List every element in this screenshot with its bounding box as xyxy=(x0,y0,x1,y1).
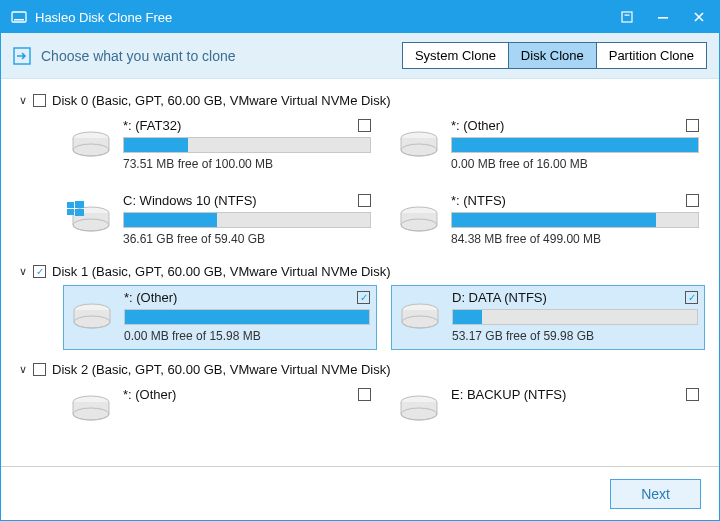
drive-icon xyxy=(398,295,442,339)
partition-card[interactable]: *: (Other)0.00 MB free of 16.00 MB xyxy=(391,114,705,177)
partition-free-text: 0.00 MB free of 16.00 MB xyxy=(451,157,699,171)
partition-body: *: (Other)0.00 MB free of 16.00 MB xyxy=(451,118,699,171)
disk-checkbox[interactable]: ✓ xyxy=(33,265,46,278)
partition-name: *: (Other) xyxy=(451,118,504,133)
disk-checkbox[interactable] xyxy=(33,94,46,107)
disk-row: ∨Disk 2 (Basic, GPT, 60.00 GB, VMware Vi… xyxy=(15,362,705,377)
svg-rect-3 xyxy=(625,15,630,16)
disk-label: Disk 2 (Basic, GPT, 60.00 GB, VMware Vir… xyxy=(52,362,391,377)
svg-rect-12 xyxy=(67,209,74,215)
disk-expander[interactable]: ∨ xyxy=(15,265,31,278)
usage-bar xyxy=(123,137,371,153)
partition-body: *: (Other)✓0.00 MB free of 15.98 MB xyxy=(124,290,370,343)
usage-bar xyxy=(451,212,699,228)
partition-body: C: Windows 10 (NTFS)36.61 GB free of 59.… xyxy=(123,193,371,246)
svg-rect-2 xyxy=(622,12,632,22)
partition-free-text: 0.00 MB free of 15.98 MB xyxy=(124,329,370,343)
tab-system-clone[interactable]: System Clone xyxy=(403,43,508,68)
partition-name: C: Windows 10 (NTFS) xyxy=(123,193,257,208)
partition-free-text: 53.17 GB free of 59.98 GB xyxy=(452,329,698,343)
partition-name: E: BACKUP (NTFS) xyxy=(451,387,566,402)
partition-free-text: 73.51 MB free of 100.00 MB xyxy=(123,157,371,171)
partition-grid: *: (Other)E: BACKUP (NTFS) xyxy=(63,383,705,437)
drive-icon xyxy=(70,295,114,339)
partition-body: *: (Other) xyxy=(123,387,371,431)
disk-label: Disk 0 (Basic, GPT, 60.00 GB, VMware Vir… xyxy=(52,93,391,108)
partition-card[interactable]: *: (Other) xyxy=(63,383,377,437)
disk-list: ∨Disk 0 (Basic, GPT, 60.00 GB, VMware Vi… xyxy=(1,79,719,468)
restore-icon[interactable] xyxy=(613,3,641,31)
drive-icon xyxy=(397,123,441,167)
drive-icon xyxy=(397,198,441,242)
drive-icon xyxy=(69,123,113,167)
clone-direction-icon xyxy=(13,47,31,65)
usage-bar xyxy=(452,309,698,325)
partition-checkbox[interactable]: ✓ xyxy=(357,291,370,304)
svg-rect-4 xyxy=(658,17,668,19)
app-icon xyxy=(11,9,27,25)
clone-mode-tabs: System Clone Disk Clone Partition Clone xyxy=(402,42,707,69)
drive-icon xyxy=(397,387,441,431)
usage-bar xyxy=(451,137,699,153)
partition-body: D: DATA (NTFS)✓53.17 GB free of 59.98 GB xyxy=(452,290,698,343)
usage-bar xyxy=(124,309,370,325)
drive-icon xyxy=(69,198,113,242)
footer: Next xyxy=(1,466,719,520)
partition-body: *: (FAT32)73.51 MB free of 100.00 MB xyxy=(123,118,371,171)
partition-name: D: DATA (NTFS) xyxy=(452,290,547,305)
partition-checkbox[interactable] xyxy=(686,388,699,401)
partition-card[interactable]: *: (Other)✓0.00 MB free of 15.98 MB xyxy=(63,285,377,350)
partition-card[interactable]: *: (NTFS)84.38 MB free of 499.00 MB xyxy=(391,189,705,252)
titlebar: Hasleo Disk Clone Free xyxy=(1,1,719,33)
svg-rect-11 xyxy=(75,201,84,208)
partition-checkbox[interactable] xyxy=(686,194,699,207)
window-buttons xyxy=(613,3,713,31)
disk-label: Disk 1 (Basic, GPT, 60.00 GB, VMware Vir… xyxy=(52,264,391,279)
disk-expander[interactable]: ∨ xyxy=(15,363,31,376)
svg-rect-10 xyxy=(67,202,74,208)
partition-card[interactable]: C: Windows 10 (NTFS)36.61 GB free of 59.… xyxy=(63,189,377,252)
tab-disk-clone[interactable]: Disk Clone xyxy=(508,43,596,68)
disk-expander[interactable]: ∨ xyxy=(15,94,31,107)
svg-rect-13 xyxy=(75,209,84,216)
partition-name: *: (Other) xyxy=(123,387,176,402)
disk-row: ∨✓Disk 1 (Basic, GPT, 60.00 GB, VMware V… xyxy=(15,264,705,279)
tab-partition-clone[interactable]: Partition Clone xyxy=(596,43,706,68)
partition-body: E: BACKUP (NTFS) xyxy=(451,387,699,431)
partition-grid: *: (Other)✓0.00 MB free of 15.98 MBD: DA… xyxy=(63,285,705,350)
partition-card[interactable]: D: DATA (NTFS)✓53.17 GB free of 59.98 GB xyxy=(391,285,705,350)
next-button[interactable]: Next xyxy=(610,479,701,509)
partition-checkbox[interactable] xyxy=(358,119,371,132)
partition-checkbox[interactable]: ✓ xyxy=(685,291,698,304)
partition-checkbox[interactable] xyxy=(358,388,371,401)
disk-checkbox[interactable] xyxy=(33,363,46,376)
disk-row: ∨Disk 0 (Basic, GPT, 60.00 GB, VMware Vi… xyxy=(15,93,705,108)
partition-checkbox[interactable] xyxy=(358,194,371,207)
close-icon[interactable] xyxy=(685,3,713,31)
sub-header: Choose what you want to clone System Clo… xyxy=(1,33,719,79)
svg-rect-1 xyxy=(14,19,24,21)
partition-name: *: (NTFS) xyxy=(451,193,506,208)
partition-name: *: (FAT32) xyxy=(123,118,181,133)
partition-card[interactable]: E: BACKUP (NTFS) xyxy=(391,383,705,437)
partition-grid: *: (FAT32)73.51 MB free of 100.00 MB*: (… xyxy=(63,114,705,252)
partition-body: *: (NTFS)84.38 MB free of 499.00 MB xyxy=(451,193,699,246)
sub-header-text: Choose what you want to clone xyxy=(41,48,402,64)
partition-free-text: 36.61 GB free of 59.40 GB xyxy=(123,232,371,246)
app-title: Hasleo Disk Clone Free xyxy=(35,10,613,25)
partition-free-text: 84.38 MB free of 499.00 MB xyxy=(451,232,699,246)
partition-card[interactable]: *: (FAT32)73.51 MB free of 100.00 MB xyxy=(63,114,377,177)
partition-name: *: (Other) xyxy=(124,290,177,305)
usage-bar xyxy=(123,212,371,228)
minimize-icon[interactable] xyxy=(649,3,677,31)
partition-checkbox[interactable] xyxy=(686,119,699,132)
drive-icon xyxy=(69,387,113,431)
